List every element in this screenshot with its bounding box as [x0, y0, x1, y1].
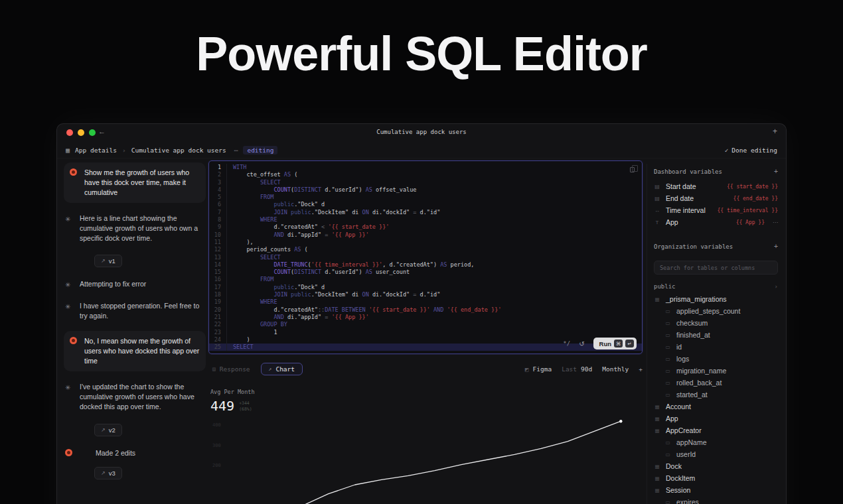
- line-number: 22: [209, 321, 226, 328]
- schema-item-label: appName: [676, 438, 707, 446]
- code-line: 19 WHERE: [209, 298, 642, 306]
- schema-item-label: App: [666, 414, 678, 422]
- mini-chart-icon: ↗: [101, 258, 106, 264]
- line-number: 14: [209, 261, 226, 269]
- dashboard-variables-title: Dashboard variables: [654, 168, 722, 175]
- add-org-variable-button[interactable]: +: [774, 243, 778, 250]
- schema-column-row[interactable]: ▭started_at: [654, 389, 778, 401]
- variable-more-icon[interactable]: ⋯: [773, 220, 778, 225]
- schema-item-label: AppCreator: [666, 426, 702, 434]
- schema-column-row[interactable]: ▭userId: [654, 448, 778, 460]
- schema-column-row[interactable]: ▭expires: [654, 496, 778, 504]
- column-icon: ▭: [664, 499, 671, 504]
- code-line: 5 FROM: [209, 194, 642, 201]
- code-line: 14 DATE_TRUNC('{{ time_interval }}', d."…: [209, 261, 642, 269]
- schema-column-row[interactable]: ▭logs: [654, 353, 778, 365]
- date-range-button[interactable]: Last 90d: [562, 365, 592, 373]
- schema-table-row[interactable]: ▦DockItem: [654, 472, 778, 484]
- line-number: 23: [209, 329, 226, 336]
- line-number: 11: [209, 239, 226, 246]
- line-number: 13: [209, 254, 226, 261]
- schema-table-row[interactable]: ▦Account: [654, 401, 778, 412]
- variable-row[interactable]: ▤End date{{ end_date }}: [654, 192, 778, 204]
- copy-icon[interactable]: [630, 167, 635, 172]
- figma-export-button[interactable]: ◩ Figma: [525, 365, 552, 373]
- chart-icon: ↗: [269, 366, 272, 372]
- tab-chart[interactable]: ↗ Chart: [261, 363, 303, 375]
- breadcrumb-current[interactable]: Cumulative app dock users: [131, 147, 226, 154]
- version-chip[interactable]: ↗v2: [94, 424, 122, 436]
- schema-table-row[interactable]: ▦AppCreator: [654, 424, 778, 436]
- run-label: Run: [599, 340, 611, 347]
- cmd-key-icon: ⌘: [614, 340, 623, 347]
- schema-column-row[interactable]: ▭finished_at: [654, 329, 778, 341]
- result-bar: ▤ Response ↗ Chart ◩ Figma Last 90d Mont…: [208, 363, 643, 375]
- schema-search[interactable]: [654, 261, 778, 275]
- schema-column-row[interactable]: ▭rolled_back_at: [654, 377, 778, 389]
- tab-response[interactable]: ▤ Response: [208, 363, 254, 375]
- window-titlebar: ← Cumulative app dock users +: [57, 124, 786, 141]
- variable-value: {{ time_interval }}: [717, 208, 778, 214]
- code-line: 11 ),: [209, 239, 642, 246]
- chat-message-text: Here is a line chart showing the cumulat…: [80, 214, 206, 243]
- schema-column-row[interactable]: ▭checksum: [654, 317, 778, 329]
- schema-item-label: Session: [666, 486, 690, 494]
- schema-item-label: applied_steps_count: [676, 307, 740, 315]
- breadcrumb-root[interactable]: App details: [75, 147, 117, 154]
- format-code-icon[interactable]: */: [563, 340, 570, 347]
- tab-chart-label: Chart: [275, 365, 295, 373]
- line-number: 19: [209, 298, 226, 306]
- done-editing-button[interactable]: ✓ Done editing: [725, 147, 777, 154]
- table-icon: ▦: [654, 296, 660, 302]
- schema-item-label: finished_at: [676, 331, 710, 339]
- window-title: Cumulative app dock users: [57, 129, 786, 135]
- variable-value: {{ start_date }}: [727, 184, 778, 190]
- line-number: 10: [209, 231, 226, 239]
- search-input[interactable]: [660, 265, 772, 271]
- run-button[interactable]: Run ⌘ ↵: [593, 338, 637, 349]
- sql-editor[interactable]: 1WITH2 cte_offset AS (3 SELECT4 COUNT(DI…: [208, 160, 643, 354]
- code-area[interactable]: 1WITH2 cte_offset AS (3 SELECT4 COUNT(DI…: [209, 164, 642, 351]
- add-widget-button[interactable]: +: [639, 365, 643, 373]
- schema-item-label: rolled_back_at: [676, 379, 722, 387]
- line-number: 24: [209, 336, 226, 344]
- user-avatar-icon: [70, 168, 78, 198]
- history-icon[interactable]: ↺: [579, 340, 584, 347]
- schema-column-row[interactable]: ▭appName: [654, 436, 778, 448]
- enter-key-icon: ↵: [625, 340, 634, 347]
- version-chip-label: v2: [109, 426, 115, 434]
- version-chip[interactable]: ↗v3: [94, 467, 122, 479]
- add-tab-button[interactable]: +: [773, 127, 777, 136]
- version-chip[interactable]: ↗v1: [94, 255, 122, 267]
- code-line: 21 AND di."appId" = '{{ App }}': [209, 314, 642, 321]
- schema-table-row[interactable]: ▦_prisma_migrations: [654, 293, 778, 305]
- add-dashboard-variable-button[interactable]: +: [774, 168, 778, 175]
- y-axis-tick-label: 400: [212, 422, 221, 428]
- schema-table-row[interactable]: ▦App: [654, 412, 778, 424]
- column-icon: ▭: [664, 452, 671, 458]
- schema-item-label: started_at: [676, 391, 708, 399]
- schema-table-row[interactable]: ▦Session: [654, 484, 778, 496]
- table-icon: ▦: [654, 416, 660, 422]
- schema-table-row[interactable]: ▦Dock: [654, 460, 778, 472]
- overflow-menu-icon[interactable]: ⋯: [234, 147, 238, 154]
- line-number: 6: [209, 201, 226, 208]
- variable-row[interactable]: TApp{{ App }}⋯: [654, 216, 778, 228]
- variable-row[interactable]: ▤Start date{{ start_date }}: [654, 180, 778, 192]
- code-line: 22 GROUP BY: [209, 321, 642, 328]
- schema-column-row[interactable]: ▭migration_name: [654, 365, 778, 377]
- schema-column-row[interactable]: ▭id: [654, 341, 778, 353]
- line-number: 20: [209, 306, 226, 314]
- schema-item-label: Account: [666, 403, 691, 410]
- line-number: 3: [209, 179, 226, 186]
- code-line: 4 COUNT(DISTINCT d."userId") AS offset_v…: [209, 186, 642, 194]
- column-icon: ▭: [664, 356, 671, 362]
- variables-schema-panel: Dashboard variables + ▤Start date{{ star…: [647, 164, 778, 504]
- variable-row[interactable]: ↔Time interval{{ time_interval }}: [654, 204, 778, 216]
- interval-button[interactable]: Monthly: [602, 365, 629, 373]
- schema-column-row[interactable]: ▭applied_steps_count: [654, 305, 778, 317]
- table-icon: ▦: [654, 428, 660, 434]
- schema-group-public[interactable]: public ›: [654, 283, 778, 290]
- line-number: 5: [209, 194, 226, 201]
- schema-item-label: expires: [676, 498, 699, 504]
